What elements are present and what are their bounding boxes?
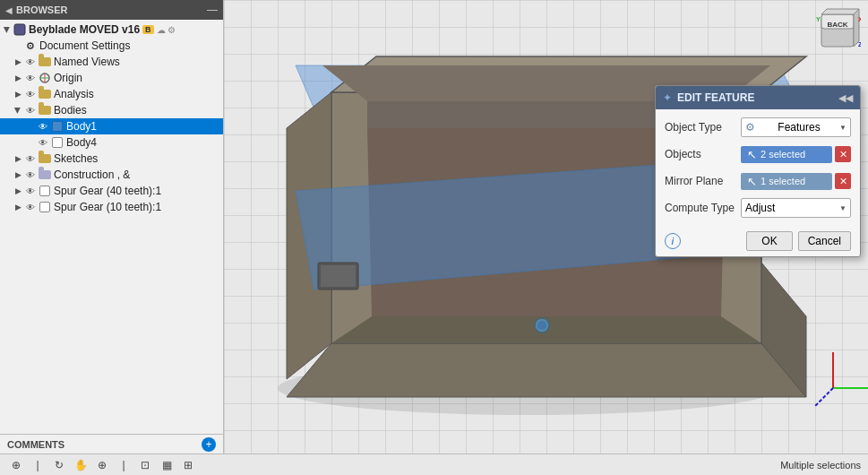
root-icon bbox=[13, 22, 27, 37]
viewport[interactable]: BACK X Y Z ✦ EDIT FEATURE ◀◀ bbox=[224, 0, 868, 453]
tool-pan[interactable]: ✋ bbox=[72, 456, 90, 474]
svg-marker-27 bbox=[821, 9, 859, 14]
object-type-arrow: ▼ bbox=[839, 124, 847, 132]
dialog-row-objects: Objects ↖ 2 selected ✕ bbox=[665, 143, 851, 165]
spur10-icon bbox=[38, 200, 52, 214]
spur10-label: Spur Gear (10 teeth):1 bbox=[54, 201, 161, 213]
compute-type-arrow: ▼ bbox=[839, 204, 847, 212]
comments-label: COMMENTS bbox=[7, 439, 64, 450]
named-eye[interactable]: 👁 bbox=[23, 55, 38, 69]
dialog-footer: i OK Cancel bbox=[656, 226, 860, 256]
bodies-label: Bodies bbox=[54, 104, 87, 117]
origin-eye[interactable]: 👁 bbox=[23, 71, 38, 85]
tree-item-spur40[interactable]: ▶ 👁 Spur Gear (40 teeth):1 bbox=[0, 183, 223, 199]
spur40-eye[interactable]: 👁 bbox=[23, 184, 38, 198]
spur10-arrow[interactable]: ▶ bbox=[13, 203, 23, 212]
svg-marker-6 bbox=[287, 343, 806, 397]
info-icon[interactable]: i bbox=[665, 233, 681, 249]
tree-item-named-views[interactable]: ▶ 👁 Named Views bbox=[0, 54, 223, 70]
construction-eye[interactable]: 👁 bbox=[23, 168, 38, 182]
root-arrow[interactable]: ▶ bbox=[3, 24, 12, 35]
browser-menu-icon[interactable]: — bbox=[207, 4, 218, 16]
comments-add-button[interactable]: + bbox=[202, 437, 216, 452]
tree-item-bodies[interactable]: ▶ 👁 Bodies bbox=[0, 102, 223, 118]
doc-settings-label: Document Settings bbox=[39, 39, 130, 52]
svg-text:X: X bbox=[858, 16, 861, 22]
tree-item-body4[interactable]: ▶ 👁 Body4 bbox=[0, 134, 223, 151]
status-bar: ⊕ | ↻ ✋ ⊕ | ⊡ ▦ ⊞ Multiple selections bbox=[0, 453, 868, 475]
objects-selected-badge[interactable]: ↖ 2 selected bbox=[741, 146, 832, 163]
tool-view[interactable]: ⊡ bbox=[136, 456, 154, 474]
dialog-title: EDIT FEATURE bbox=[677, 91, 833, 104]
svg-text:BACK: BACK bbox=[827, 21, 847, 29]
construction-label: Construction , & bbox=[54, 168, 130, 181]
bodies-arrow[interactable]: ▶ bbox=[13, 105, 22, 116]
spur40-arrow[interactable]: ▶ bbox=[13, 186, 23, 195]
mirror-plane-badge[interactable]: ↖ 1 selected bbox=[741, 173, 832, 190]
objects-label: Objects bbox=[665, 148, 741, 160]
tool-separator2: | bbox=[115, 456, 133, 474]
tree-item-construction[interactable]: ▶ 👁 Construction , & bbox=[0, 167, 223, 183]
construction-arrow[interactable]: ▶ bbox=[13, 170, 23, 179]
dialog-expand-btn[interactable]: ◀◀ bbox=[838, 92, 853, 104]
body4-arrow: ▶ bbox=[25, 138, 36, 147]
cancel-button[interactable]: Cancel bbox=[798, 231, 851, 251]
tree-item-body1[interactable]: ▶ 👁 Body1 bbox=[0, 118, 223, 134]
compute-type-select[interactable]: Adjust ▼ bbox=[741, 198, 851, 218]
sketches-arrow[interactable]: ▶ bbox=[13, 154, 23, 163]
edit-feature-dialog: ✦ EDIT FEATURE ◀◀ Object Type ⚙ Features bbox=[655, 85, 861, 257]
dialog-header-icon: ✦ bbox=[663, 91, 672, 104]
spur10-eye[interactable]: 👁 bbox=[23, 200, 38, 214]
tree-item-origin[interactable]: ▶ 👁 Origin bbox=[0, 70, 223, 86]
body4-eye[interactable]: 👁 bbox=[36, 135, 50, 150]
bodies-eye[interactable]: 👁 bbox=[23, 103, 38, 117]
body1-eye[interactable]: 👁 bbox=[36, 119, 50, 134]
objects-selected-text: 2 selected bbox=[761, 149, 805, 160]
body1-icon bbox=[50, 119, 64, 134]
compute-type-label: Compute Type bbox=[665, 202, 741, 214]
tool-zoom[interactable]: ⊕ bbox=[93, 456, 111, 474]
named-folder-icon bbox=[38, 55, 52, 69]
ok-button[interactable]: OK bbox=[746, 231, 792, 251]
tree-root-item[interactable]: ▶ Beyblade MOVED v16 B ☁ ⚙ bbox=[0, 22, 223, 38]
tree-item-spur10[interactable]: ▶ 👁 Spur Gear (10 teeth):1 bbox=[0, 199, 223, 215]
root-badge-b: B bbox=[142, 25, 154, 34]
mirror-plane-cursor-icon: ↖ bbox=[747, 175, 757, 188]
mirror-plane-label: Mirror Plane bbox=[665, 175, 741, 187]
sketches-folder-icon bbox=[38, 151, 52, 166]
sketches-eye[interactable]: 👁 bbox=[23, 151, 38, 166]
status-right-text: Multiple selections bbox=[780, 460, 861, 471]
mirror-plane-clear-button[interactable]: ✕ bbox=[835, 173, 851, 189]
tool-move[interactable]: ⊕ bbox=[7, 456, 25, 474]
doc-settings-icon: ⚙ bbox=[23, 39, 38, 53]
svg-line-24 bbox=[815, 388, 833, 406]
sketches-label: Sketches bbox=[54, 152, 98, 165]
tree-item-sketches[interactable]: ▶ 👁 Sketches bbox=[0, 151, 223, 167]
spur40-label: Spur Gear (40 teeth):1 bbox=[54, 185, 161, 197]
origin-icon bbox=[38, 71, 52, 85]
analysis-eye[interactable]: 👁 bbox=[23, 87, 38, 101]
dialog-row-mirror-plane: Mirror Plane ↖ 1 selected ✕ bbox=[665, 170, 851, 192]
collapse-arrow[interactable]: ◀ bbox=[5, 5, 13, 15]
body4-icon bbox=[50, 135, 64, 150]
tool-orbit[interactable]: ↻ bbox=[50, 456, 68, 474]
analysis-arrow[interactable]: ▶ bbox=[13, 90, 23, 99]
tool-grid[interactable]: ⊞ bbox=[179, 456, 197, 474]
dialog-header-buttons: ◀◀ bbox=[838, 92, 853, 104]
body1-label: Body1 bbox=[66, 120, 97, 133]
browser-panel: ◀ BROWSER — ▶ Beyblade MOVED v16 B ☁ ⚙ bbox=[0, 0, 224, 453]
objects-clear-button[interactable]: ✕ bbox=[835, 146, 851, 162]
status-left: ⊕ | ↻ ✋ ⊕ | ⊡ ▦ ⊞ bbox=[7, 456, 197, 474]
svg-rect-0 bbox=[14, 24, 25, 35]
tree-item-document-settings[interactable]: ▶ ⚙ Document Settings bbox=[0, 38, 223, 54]
named-arrow[interactable]: ▶ bbox=[13, 57, 23, 66]
tool-separator1: | bbox=[29, 456, 47, 474]
dialog-header: ✦ EDIT FEATURE ◀◀ bbox=[656, 86, 860, 109]
object-type-label: Object Type bbox=[665, 121, 741, 134]
tool-display[interactable]: ▦ bbox=[158, 456, 176, 474]
root-cloud-icon: ☁ bbox=[157, 25, 166, 35]
axis-cube[interactable]: BACK X Y Z bbox=[814, 7, 861, 54]
tree-item-analysis[interactable]: ▶ 👁 Analysis bbox=[0, 86, 223, 102]
origin-arrow[interactable]: ▶ bbox=[13, 73, 23, 82]
object-type-select[interactable]: ⚙ Features ▼ bbox=[741, 117, 851, 137]
